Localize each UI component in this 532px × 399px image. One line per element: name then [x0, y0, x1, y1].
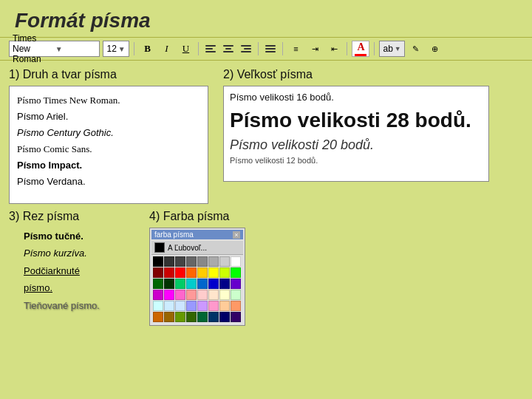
- font-size-value: 12: [106, 44, 116, 54]
- indent-button[interactable]: ⇥: [307, 41, 323, 57]
- font-color-letter: A: [357, 41, 364, 53]
- palette-color-cell[interactable]: [153, 256, 163, 267]
- outdent-button[interactable]: ⇤: [326, 41, 342, 57]
- align-left-button[interactable]: [203, 41, 218, 56]
- toolbar-separator-3: [258, 42, 259, 55]
- palette-color-cell[interactable]: [219, 256, 230, 267]
- extra-button-2[interactable]: ⊕: [427, 41, 443, 57]
- bottom-section: 3) Rez písma Písmo tučné. Písmo kurzíva.…: [0, 204, 532, 326]
- text-highlight-button[interactable]: ab ▼: [379, 41, 404, 57]
- section4-panel: 4) Farba písma farba písma × A Ľubovoľ..…: [105, 210, 523, 326]
- palette-color-cell[interactable]: [175, 312, 185, 322]
- palette-color-cell[interactable]: [186, 301, 197, 311]
- font-row-centurygothic: Písmo Century Gothic.: [17, 125, 200, 141]
- palette-color-cell[interactable]: [231, 279, 241, 289]
- rez-content: Písmo tučné. Písmo kurzíva. Podčiarknuté…: [9, 228, 105, 314]
- palette-color-cell[interactable]: [153, 267, 163, 278]
- palette-color-cell[interactable]: [164, 312, 174, 322]
- palette-color-cell[interactable]: [208, 256, 219, 267]
- toolbar-separator-5: [347, 42, 347, 55]
- palette-color-cell[interactable]: [164, 256, 174, 267]
- align-right-button[interactable]: [239, 41, 253, 56]
- font-row-timesnewroman: Písmo Times New Roman.: [17, 92, 200, 109]
- main-content: 1) Druh a tvar písma Písmo Times New Rom…: [0, 68, 532, 204]
- palette-auto-row[interactable]: A Ľubovoľ...: [151, 241, 243, 255]
- palette-color-cell[interactable]: [186, 256, 197, 267]
- toolbar-separator-6: [374, 42, 375, 55]
- palette-color-cell[interactable]: [219, 279, 230, 289]
- font-box: Písmo Times New Roman. Písmo Ariel. Písm…: [9, 86, 208, 204]
- section4-heading: 4) Farba písma: [149, 210, 229, 223]
- palette-color-cell[interactable]: [197, 290, 208, 300]
- font-row-impact: Písmo Impact.: [17, 157, 200, 174]
- palette-color-cell[interactable]: [186, 279, 197, 289]
- palette-color-cell[interactable]: [231, 301, 241, 311]
- font-size-dropdown[interactable]: 12 ▼: [103, 41, 129, 57]
- palette-color-cell[interactable]: [197, 256, 208, 267]
- size-row-28: Písmo velikosti 28 bodů.: [230, 106, 482, 134]
- size-row-16: Písmo velikosti 16 bodů.: [230, 91, 482, 104]
- palette-color-cell[interactable]: [197, 312, 208, 322]
- palette-auto-color: [154, 242, 165, 253]
- toolbar-separator-4: [282, 42, 283, 55]
- palette-color-cell[interactable]: [197, 279, 208, 289]
- palette-color-cell[interactable]: [186, 312, 197, 322]
- justify-icon: [265, 45, 276, 52]
- palette-color-cell[interactable]: [175, 267, 185, 278]
- highlight-label: ab: [383, 44, 392, 54]
- page-title: Formát písma: [0, 0, 532, 37]
- palette-color-cell[interactable]: [219, 290, 230, 300]
- palette-color-cell[interactable]: [153, 279, 163, 289]
- palette-color-cell[interactable]: [164, 279, 174, 289]
- palette-color-cell[interactable]: [208, 267, 219, 278]
- palette-color-cell[interactable]: [231, 267, 241, 278]
- palette-color-cell[interactable]: [175, 301, 185, 311]
- font-name-value: Times New Roman: [13, 33, 54, 64]
- palette-color-cell[interactable]: [175, 279, 185, 289]
- palette-color-cell[interactable]: [208, 301, 219, 311]
- list-button[interactable]: ≡: [287, 41, 304, 57]
- font-size-arrow: ▼: [118, 45, 126, 53]
- justify-button[interactable]: [263, 41, 278, 56]
- palette-color-cell[interactable]: [219, 312, 230, 322]
- section1-panel: 1) Druh a tvar písma Písmo Times New Rom…: [9, 68, 216, 204]
- palette-color-cell[interactable]: [153, 301, 163, 311]
- palette-color-cell[interactable]: [186, 290, 197, 300]
- palette-color-cell[interactable]: [219, 301, 230, 311]
- palette-color-cell[interactable]: [175, 256, 185, 267]
- rez-underline: Podčiarknuté písmo.: [24, 262, 105, 297]
- palette-color-cell[interactable]: [219, 267, 230, 278]
- palette-color-cell[interactable]: [164, 290, 174, 300]
- font-name-dropdown[interactable]: Times New Roman ▼: [9, 41, 100, 57]
- font-row-ariel: Písmo Ariel.: [17, 109, 200, 125]
- palette-color-cell[interactable]: [164, 301, 174, 311]
- size-row-12: Písmo velikosti 12 bodů.: [230, 155, 482, 166]
- bold-button[interactable]: B: [139, 41, 155, 57]
- rez-shadow: Tieňované písmo.: [24, 297, 105, 314]
- palette-color-cell[interactable]: [231, 290, 241, 300]
- palette-color-cell[interactable]: [208, 279, 219, 289]
- palette-color-cell[interactable]: [153, 290, 163, 300]
- palette-color-cell[interactable]: [186, 267, 197, 278]
- align-center-icon: [223, 45, 233, 52]
- palette-color-cell[interactable]: [231, 256, 241, 267]
- palette-auto-label: A Ľubovoľ...: [168, 244, 207, 252]
- font-color-button[interactable]: A: [352, 41, 369, 57]
- palette-color-cell[interactable]: [197, 267, 208, 278]
- align-left-icon: [205, 45, 216, 52]
- align-center-button[interactable]: [221, 41, 236, 56]
- palette-close-button[interactable]: ×: [233, 231, 240, 239]
- extra-button[interactable]: ✎: [408, 41, 424, 57]
- palette-color-cell[interactable]: [164, 267, 174, 278]
- palette-color-cell[interactable]: [208, 312, 219, 322]
- highlight-dropdown-arrow: ▼: [395, 45, 401, 52]
- underline-button[interactable]: U: [177, 41, 194, 57]
- italic-button[interactable]: I: [158, 41, 174, 57]
- palette-color-cell[interactable]: [231, 312, 241, 322]
- palette-color-cell[interactable]: [153, 312, 163, 322]
- toolbar-separator-1: [134, 42, 134, 55]
- align-right-icon: [241, 45, 251, 52]
- palette-color-cell[interactable]: [175, 290, 185, 300]
- palette-color-cell[interactable]: [208, 290, 219, 300]
- palette-color-cell[interactable]: [197, 301, 208, 311]
